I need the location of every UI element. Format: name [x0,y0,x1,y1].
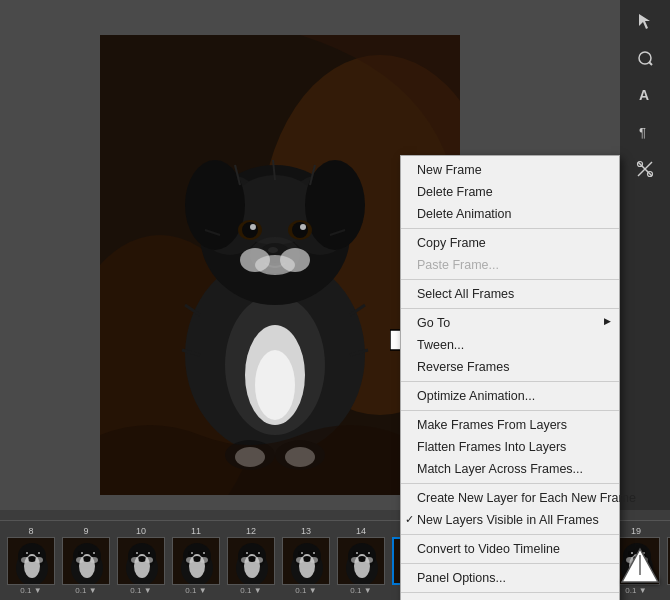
cursor-icon[interactable] [629,5,661,37]
svg-point-6 [255,350,295,420]
lasso-icon[interactable] [629,42,661,74]
svg-point-67 [76,557,84,563]
separator-4 [401,381,619,382]
svg-point-85 [200,551,206,557]
svg-point-98 [258,552,260,554]
svg-point-84 [188,551,194,557]
svg-point-66 [83,556,91,562]
svg-point-108 [301,552,303,554]
svg-point-96 [255,551,261,557]
separator-5 [401,410,619,411]
svg-point-107 [310,551,316,557]
film-frame-8[interactable]: 8 0.1 ▼ [5,526,57,595]
svg-point-11 [185,160,245,250]
film-frame-9[interactable]: 9 0.1 ▼ [60,526,112,595]
svg-point-68 [90,557,98,563]
film-frame-10[interactable]: 10 0.1 ▼ [115,526,167,595]
svg-point-78 [131,557,139,563]
menu-item-new-layers-visible[interactable]: New Layers Visible in All Frames [401,509,619,531]
svg-point-99 [248,556,256,562]
svg-point-57 [35,557,43,563]
film-frame-13[interactable]: 13 0.1 ▼ [280,526,332,595]
separator-1 [401,228,619,229]
menu-item-close[interactable]: Close [401,596,619,600]
menu-item-create-new-layer[interactable]: Create New Layer for Each New Frame [401,487,619,509]
menu-item-reverse-frames[interactable]: Reverse Frames [401,356,619,378]
svg-point-73 [133,551,139,557]
svg-point-16 [292,222,308,238]
scissors-icon[interactable] [629,153,661,185]
svg-point-123 [365,557,373,563]
menu-item-delete-frame[interactable]: Delete Frame [401,181,619,203]
svg-point-122 [351,557,359,563]
svg-point-55 [28,556,36,562]
separator-7 [401,534,619,535]
menu-item-match-layer-across-frames[interactable]: Match Layer Across Frames... [401,458,619,480]
svg-point-76 [148,552,150,554]
svg-point-65 [93,552,95,554]
menu-item-select-all-frames[interactable]: Select All Frames [401,283,619,305]
svg-point-17 [250,224,256,230]
film-frame-20[interactable]: 20 0.1 ▼ [665,526,670,595]
context-menu: New Frame Delete Frame Delete Animation … [400,155,620,600]
svg-text:¶: ¶ [639,125,646,140]
svg-point-110 [303,556,311,562]
svg-point-52 [35,551,41,557]
separator-3 [401,308,619,309]
film-frame-12[interactable]: 12 0.1 ▼ [225,526,277,595]
svg-point-74 [145,551,151,557]
menu-item-flatten-frames-into-layers[interactable]: Flatten Frames Into Layers [401,436,619,458]
svg-point-109 [313,552,315,554]
svg-point-97 [246,552,248,554]
svg-point-15 [242,222,258,238]
svg-point-51 [23,551,29,557]
separator-2 [401,279,619,280]
menu-item-new-frame[interactable]: New Frame [401,159,619,181]
svg-point-12 [305,160,365,250]
svg-point-88 [193,556,201,562]
menu-item-paste-frame: Paste Frame... [401,254,619,276]
svg-point-75 [136,552,138,554]
svg-point-120 [368,552,370,554]
svg-point-77 [138,556,146,562]
svg-point-95 [243,551,249,557]
svg-point-112 [310,557,318,563]
svg-point-106 [298,551,304,557]
film-frame-11[interactable]: 11 0.1 ▼ [170,526,222,595]
menu-item-optimize-animation[interactable]: Optimize Animation... [401,385,619,407]
svg-point-90 [200,557,208,563]
separator-8 [401,563,619,564]
svg-point-89 [186,557,194,563]
menu-item-delete-animation[interactable]: Delete Animation [401,203,619,225]
svg-point-62 [78,551,84,557]
paragraph-icon[interactable]: ¶ [629,116,661,148]
right-toolbar: A ¶ [620,0,670,510]
svg-point-111 [296,557,304,563]
svg-point-24 [255,255,295,275]
svg-point-87 [203,552,205,554]
menu-item-copy-frame[interactable]: Copy Frame [401,232,619,254]
svg-point-117 [353,551,359,557]
menu-item-go-to[interactable]: Go To [401,312,619,334]
film-frame-14[interactable]: 14 0.1 ▼ [335,526,387,595]
scroll-up-arrow[interactable] [620,547,660,590]
menu-item-make-frames-from-layers[interactable]: Make Frames From Layers [401,414,619,436]
svg-point-100 [241,557,249,563]
svg-point-121 [358,556,366,562]
svg-point-86 [191,552,193,554]
svg-point-18 [300,224,306,230]
menu-item-tween[interactable]: Tween... [401,334,619,356]
menu-item-convert-to-video-timeline[interactable]: Convert to Video Timeline [401,538,619,560]
svg-point-56 [21,557,29,563]
separator-6 [401,483,619,484]
text-icon[interactable]: A [629,79,661,111]
svg-point-63 [90,551,96,557]
svg-point-101 [255,557,263,563]
svg-point-118 [365,551,371,557]
svg-point-79 [145,557,153,563]
svg-point-53 [26,552,28,554]
svg-point-54 [38,552,40,554]
menu-item-panel-options[interactable]: Panel Options... [401,567,619,589]
separator-9 [401,592,619,593]
svg-line-39 [649,62,652,65]
